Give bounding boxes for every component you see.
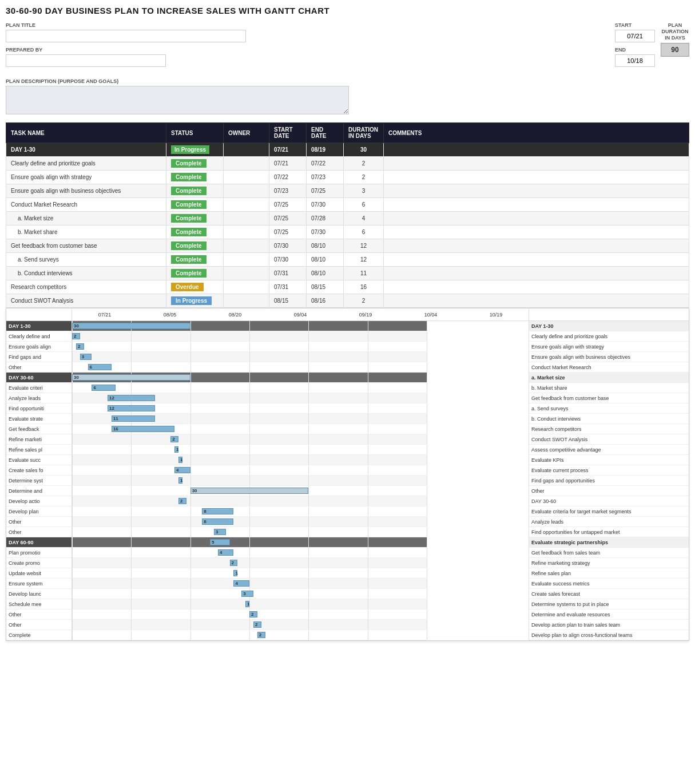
task-duration-cell: 3 (344, 184, 384, 198)
task-owner-cell[interactable] (224, 225, 269, 239)
task-end-cell: 08/10 (307, 267, 344, 280)
gantt-right-label: Assess competitive advantage (529, 445, 689, 455)
task-comments-cell[interactable] (384, 157, 689, 171)
task-start-cell: 07/25 (269, 225, 307, 239)
task-comments-cell[interactable] (384, 212, 689, 225)
task-comments-cell[interactable] (384, 253, 689, 267)
gantt-bar: 8 (202, 508, 233, 514)
plan-title-input[interactable] (6, 30, 246, 42)
gantt-right-label: Evaluate success metrics (529, 579, 689, 589)
gantt-bar: 11 (112, 415, 155, 422)
task-owner-cell[interactable] (224, 294, 269, 308)
description-input[interactable] (6, 86, 349, 114)
prepared-by-input[interactable] (6, 54, 166, 67)
task-end-cell: 07/22 (307, 157, 344, 171)
gantt-bar: 4 (174, 467, 190, 473)
gantt-left-label: Develop actio (6, 496, 72, 506)
task-name-cell: b. Market share (6, 225, 166, 239)
task-duration-cell: 11 (344, 267, 384, 280)
gantt-chart-row: 2 (72, 496, 427, 506)
task-duration-cell: 2 (344, 171, 384, 184)
task-comments-cell[interactable] (384, 267, 689, 280)
col-header-end: END DATE (307, 123, 344, 143)
task-owner-cell[interactable] (224, 143, 269, 157)
task-name-cell: b. Conduct interviews (6, 267, 166, 280)
gantt-bar: 12 (108, 405, 155, 411)
gantt-chart-row: 8 (72, 506, 427, 517)
task-comments-cell[interactable] (384, 225, 689, 239)
end-input[interactable] (615, 54, 655, 67)
gantt-chart-row: 2 (72, 331, 427, 342)
task-start-cell: 07/22 (269, 171, 307, 184)
gantt-left-label: Clearly define and (6, 331, 72, 342)
gantt-chart-row: 1 (72, 476, 427, 486)
task-owner-cell[interactable] (224, 184, 269, 198)
gantt-bar: 2 (72, 333, 80, 339)
gantt-left-label: Other (6, 620, 72, 630)
task-owner-cell[interactable] (224, 198, 269, 212)
task-duration-cell: 16 (344, 280, 384, 294)
gantt-chart-row: 16 (72, 424, 427, 434)
task-start-cell: 07/31 (269, 280, 307, 294)
task-status-cell: Complete (166, 225, 224, 239)
task-end-cell: 07/30 (307, 225, 344, 239)
gantt-date-1: 07/21 (72, 312, 137, 318)
gantt-right-label: Evaluate criteria for target market segm… (529, 506, 689, 517)
task-start-cell: 08/15 (269, 294, 307, 308)
task-owner-cell[interactable] (224, 239, 269, 253)
task-comments-cell[interactable] (384, 184, 689, 198)
gantt-left-label: Develop launc (6, 589, 72, 599)
task-comments-cell[interactable] (384, 171, 689, 184)
gantt-right-label: Refine marketing strategy (529, 558, 689, 568)
gantt-bar: 16 (112, 426, 174, 432)
task-comments-cell[interactable] (384, 294, 689, 308)
task-comments-cell[interactable] (384, 280, 689, 294)
gantt-bar: 2 (257, 632, 265, 638)
gantt-chart-row: 4 (72, 548, 427, 558)
gantt-right-label: Find gaps and opportunities (529, 476, 689, 486)
task-comments-cell[interactable] (384, 143, 689, 157)
gantt-chart-row: 4 (72, 465, 427, 476)
task-owner-cell[interactable] (224, 157, 269, 171)
gantt-left-label: Other (6, 527, 72, 537)
task-owner-cell[interactable] (224, 253, 269, 267)
task-status-cell: Complete (166, 198, 224, 212)
gantt-left-label: Ensure system (6, 579, 72, 589)
start-input[interactable] (615, 30, 655, 42)
gantt-right-label: DAY 1-30 (529, 321, 689, 331)
task-name-cell: a. Send surveys (6, 253, 166, 267)
plan-duration-value: 90 (661, 43, 689, 57)
gantt-right-label: Conduct SWOT Analysis (529, 434, 689, 445)
task-status-cell: Complete (166, 157, 224, 171)
gantt-left-label: DAY 1-30 (6, 321, 72, 331)
task-start-cell: 07/31 (269, 267, 307, 280)
gantt-chart-row: 12 (72, 393, 427, 403)
gantt-right-label: a. Market size (529, 373, 689, 383)
task-owner-cell[interactable] (224, 212, 269, 225)
task-comments-cell[interactable] (384, 239, 689, 253)
task-name-cell: Ensure goals align with strategy (6, 171, 166, 184)
task-name-cell: Get feedback from customer base (6, 239, 166, 253)
gantt-chart-row: 2 (72, 620, 427, 630)
gantt-bar: 2 (230, 560, 238, 566)
gantt-right-label: Determine systems to put in place (529, 599, 689, 609)
task-end-cell: 07/28 (307, 212, 344, 225)
task-end-cell: 07/30 (307, 198, 344, 212)
gantt-right-label: Create sales forecast (529, 589, 689, 599)
task-status-cell: Complete (166, 184, 224, 198)
task-owner-cell[interactable] (224, 171, 269, 184)
task-comments-cell[interactable] (384, 198, 689, 212)
gantt-left-label: Refine marketi (6, 434, 72, 445)
gantt-left-label: Refine sales pl (6, 445, 72, 455)
task-owner-cell[interactable] (224, 267, 269, 280)
task-duration-cell: 6 (344, 225, 384, 239)
gantt-bar: 3 (241, 591, 253, 597)
gantt-right-label: b. Market share (529, 383, 689, 393)
task-owner-cell[interactable] (224, 280, 269, 294)
task-name-cell: Conduct Market Research (6, 198, 166, 212)
task-status-cell: In Progress (166, 143, 224, 157)
gantt-left-label: Ensure goals align (6, 342, 72, 352)
task-duration-cell: 12 (344, 239, 384, 253)
gantt-bar: 2 (170, 436, 178, 442)
task-status-cell: Complete (166, 212, 224, 225)
